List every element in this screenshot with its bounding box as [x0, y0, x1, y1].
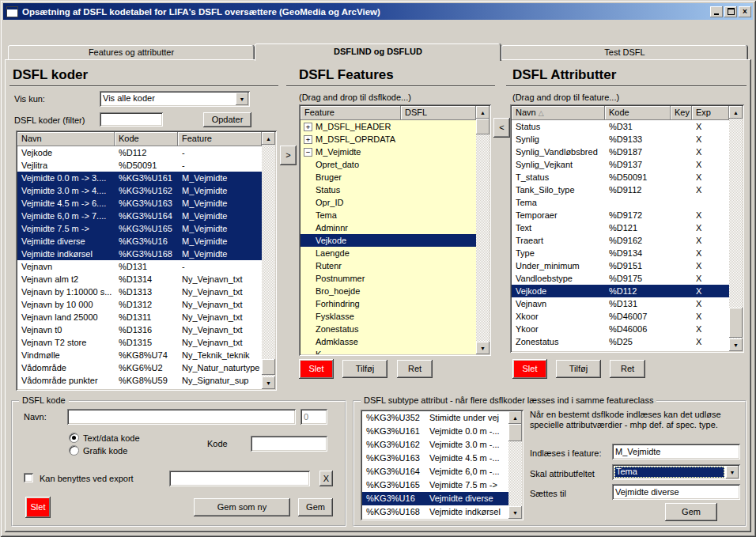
minimize-button[interactable] [710, 6, 723, 17]
opdater-button[interactable]: Opdater [203, 112, 251, 127]
collapse-icon[interactable]: − [304, 148, 312, 157]
column-header-feature[interactable]: Feature [301, 106, 401, 120]
koder-row[interactable]: Vejmidte diverse%KG3%U16M_Vejmidte [17, 235, 262, 248]
feature-tree-item[interactable]: Zonestatus [301, 323, 476, 335]
feature-tree-item[interactable]: Rutenr [301, 259, 476, 272]
expand-icon[interactable]: + [304, 135, 312, 144]
feature-tree-item[interactable]: Admklasse [301, 335, 476, 348]
feature-tree-item[interactable]: Status [301, 183, 476, 196]
feature-tree-item[interactable]: Forhindring [301, 297, 476, 310]
koder-row[interactable]: Vejlitra%D50091- [17, 159, 262, 172]
koder-row[interactable]: %D40007 [17, 387, 262, 389]
feature-tree-item[interactable]: Fysklasse [301, 310, 476, 323]
koder-row[interactable]: Vådområde punkter%KG8%U59Ny_Signatur_sup [17, 374, 262, 387]
attributter-row[interactable]: Synlig_Vandløbsbred%D9187X [512, 146, 729, 158]
attributter-row[interactable]: Tank_Silo_type%D9112X [512, 183, 729, 196]
scroll-up-icon[interactable]: ▲ [508, 411, 522, 424]
koder-row[interactable]: Vejnavn t0%D1316Ny_Vejnavn_txt [17, 323, 262, 336]
expand-icon[interactable]: + [304, 123, 312, 131]
koder-row[interactable]: Vejnavn%D131- [17, 260, 262, 273]
attributter-ret-button[interactable]: Ret [610, 360, 645, 378]
attributter-scrollbar[interactable]: ▲ ▼ [729, 106, 743, 351]
subtype-row[interactable]: %KG3%U162Vejmidte 3.0 m -... [362, 438, 508, 452]
saettes-til-input[interactable] [612, 484, 740, 500]
attributter-row[interactable]: Ykoor%D46006X [512, 323, 729, 335]
attributter-row[interactable]: Vejkode%D112X [512, 285, 729, 297]
koder-row[interactable]: Vejnavn land 25000%D1311Ny_Vejnavn_txt [17, 311, 262, 323]
subtype-row[interactable]: %KG3%U163Vejmidte 4.5 m -... [362, 452, 508, 465]
tab-features-og-attributter[interactable]: Features og attributter [8, 45, 255, 59]
chevron-down-icon[interactable]: ▼ [726, 466, 739, 478]
attributter-slet-button[interactable]: Slet [512, 359, 547, 379]
attributter-row[interactable]: Tema [512, 196, 729, 209]
column-header-feature[interactable]: Feature [178, 132, 262, 146]
feature-tree-item[interactable]: +M_DSFL_OPRDATA [301, 133, 476, 146]
koder-row[interactable]: Vejmidte 3.0 m -> 4....%KG3%U162M_Vejmid… [17, 184, 262, 197]
kode-slet-button[interactable]: Slet [25, 497, 51, 518]
scroll-down-icon[interactable]: ▼ [508, 506, 522, 519]
attributter-row[interactable]: Vandloebstype%D9175X [512, 272, 729, 285]
attributter-row[interactable]: Under_minimum%D9151X [512, 259, 729, 272]
radio-grafik-kode[interactable] [69, 445, 79, 456]
scroll-up-icon[interactable]: ▲ [262, 132, 275, 145]
radio-text-data-kode[interactable] [69, 433, 79, 443]
feature-tree-item[interactable]: Tema [301, 209, 476, 221]
feature-tree-item[interactable]: Opr_ID [301, 196, 476, 209]
features-tilfoj-button[interactable]: Tilføj [342, 360, 387, 378]
gem-som-ny-button[interactable]: Gem som ny [194, 498, 290, 516]
subtype-row[interactable]: %KG3%U352Stimidte under vej [362, 411, 508, 425]
skal-attributfeltet-combobox[interactable]: Tema ▼ [612, 464, 740, 480]
column-header-dsfl[interactable]: DSFL [401, 106, 476, 120]
subtype-row[interactable]: %KG3%U164Vejmidte 6,0 m -... [362, 465, 508, 478]
scroll-thumb[interactable] [508, 424, 522, 441]
scroll-down-icon[interactable]: ▼ [476, 342, 490, 354]
feature-tree-item[interactable]: Opret_dato [301, 158, 476, 171]
attributter-row[interactable]: Xkoor%D46007X [512, 310, 729, 323]
export-checkbox[interactable] [24, 473, 33, 482]
subtype-row[interactable]: %KG3%U168Vejmidte indkørsel [362, 505, 508, 519]
subtype-scrollbar[interactable]: ▲ ▼ [508, 411, 522, 519]
clear-export-button[interactable]: X [319, 471, 333, 486]
attributter-row[interactable]: Temporaer%D9172X [512, 209, 729, 221]
attributter-row[interactable]: Status%D31X [512, 120, 729, 133]
koder-row[interactable]: Vejmidte 0.0 m -> 3....%KG3%U161M_Vejmid… [17, 172, 262, 184]
filter-input[interactable] [100, 112, 163, 127]
koder-row[interactable]: Vejmidte 7.5 m ->%KG3%U165M_Vejmidte [17, 222, 262, 235]
scroll-up-icon[interactable]: ▲ [729, 106, 743, 119]
tab-dsflind-og-dsflud[interactable]: DSFLIND og DSFLUD [255, 43, 501, 61]
koder-row[interactable]: Vejmidte 4.5 m -> 6....%KG3%U163M_Vejmid… [17, 197, 262, 210]
column-header-kode[interactable]: Kode [115, 132, 178, 146]
attributter-row[interactable]: Traeart%D9162X [512, 234, 729, 247]
feature-tree-item[interactable]: Adminnr [301, 221, 476, 234]
feature-tree-item[interactable]: Postnummer [301, 272, 476, 285]
features-ret-button[interactable]: Ret [397, 360, 433, 378]
vis-kun-combobox[interactable]: Vis alle koder ▼ [100, 91, 250, 107]
attributter-tilfoj-button[interactable]: Tilføj [556, 360, 601, 378]
kode-gem-button[interactable]: Gem [298, 498, 333, 516]
close-button[interactable]: × [739, 6, 751, 17]
feature-tree-item[interactable]: K [301, 348, 476, 354]
koder-row[interactable]: Vejnavn by 10 000%D1312Ny_Vejnavn_txt [17, 298, 262, 311]
attributter-row[interactable]: Synlig_Vejkant%D9137X [512, 158, 729, 171]
column-header-navn[interactable]: Navn △ [512, 106, 605, 120]
koder-row[interactable]: Vejnavn T2 store%D1315Ny_Vejnavn_txt [17, 336, 262, 349]
feature-tree-item[interactable]: +M_DSFL_HEADER [301, 120, 476, 133]
scroll-down-icon[interactable]: ▼ [262, 376, 275, 389]
koder-row[interactable]: Vejmidte 6,0 m -> 7....%KG3%U164M_Vejmid… [17, 210, 262, 222]
koder-row[interactable]: Vejkode%D112- [17, 146, 262, 159]
indlaeses-input[interactable] [612, 444, 740, 459]
chevron-down-icon[interactable]: ▼ [236, 93, 248, 105]
column-header-exp[interactable]: Exp [692, 106, 729, 120]
subtype-row[interactable]: %KG3%U16Vejmidte diverse [362, 492, 508, 505]
feature-tree-item[interactable]: Bro_hoejde [301, 285, 476, 297]
features-scrollbar[interactable]: ▲ ▼ [476, 106, 490, 354]
scroll-thumb[interactable] [729, 308, 743, 338]
subtype-row[interactable]: %KG3%U161Vejmidte 0.0 m -... [362, 425, 508, 438]
attributter-row[interactable]: Vejnavn%D131X [512, 297, 729, 310]
subtype-gem-button[interactable]: Gem [665, 503, 717, 521]
column-header-navn[interactable]: Navn [17, 132, 115, 146]
export-input[interactable] [169, 471, 310, 486]
feature-tree-item[interactable]: Bruger [301, 171, 476, 183]
feature-tree-item[interactable]: Vejkode [301, 234, 476, 247]
scroll-down-icon[interactable]: ▼ [729, 338, 743, 351]
